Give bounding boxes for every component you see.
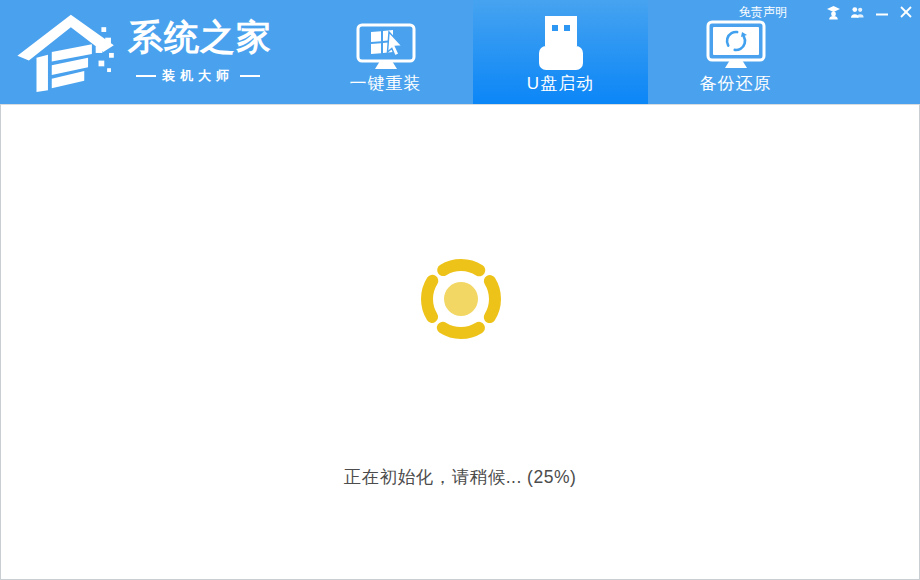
title-bar: 系统之家 装机大师 <box>0 0 920 104</box>
tab-label: U盘启动 <box>527 72 594 95</box>
status-text: 正在初始化，请稍候... (25%) <box>1 465 919 489</box>
subtitle-right-dash <box>240 75 260 77</box>
content-area: 正在初始化，请稍候... (25%) <box>0 104 920 580</box>
close-button[interactable] <box>898 5 913 20</box>
tab-usb-boot[interactable]: U盘启动 <box>473 0 648 104</box>
app-subtitle-row: 装机大师 <box>128 67 268 85</box>
logo-house-icon <box>15 10 121 94</box>
monitor-windows-icon <box>356 12 416 70</box>
app-name: 系统之家 <box>128 14 278 61</box>
tab-label: 一键重装 <box>350 72 422 95</box>
tab-label: 备份还原 <box>700 72 772 95</box>
app-subtitle: 装机大师 <box>156 67 240 85</box>
subtitle-left-dash <box>136 75 156 77</box>
minimize-button[interactable] <box>874 5 889 20</box>
loading-spinner-icon <box>410 248 512 350</box>
user-group-icon[interactable] <box>850 5 865 20</box>
usb-drive-icon <box>539 12 583 70</box>
tab-one-key-reinstall[interactable]: 一键重装 <box>298 0 473 104</box>
window-controls: 免责声明 <box>739 3 913 21</box>
customer-service-icon[interactable] <box>826 5 841 20</box>
app-window: 系统之家 装机大师 <box>0 0 920 580</box>
app-logo-text: 系统之家 装机大师 <box>128 14 278 85</box>
disclaimer-link[interactable]: 免责声明 <box>739 4 787 21</box>
